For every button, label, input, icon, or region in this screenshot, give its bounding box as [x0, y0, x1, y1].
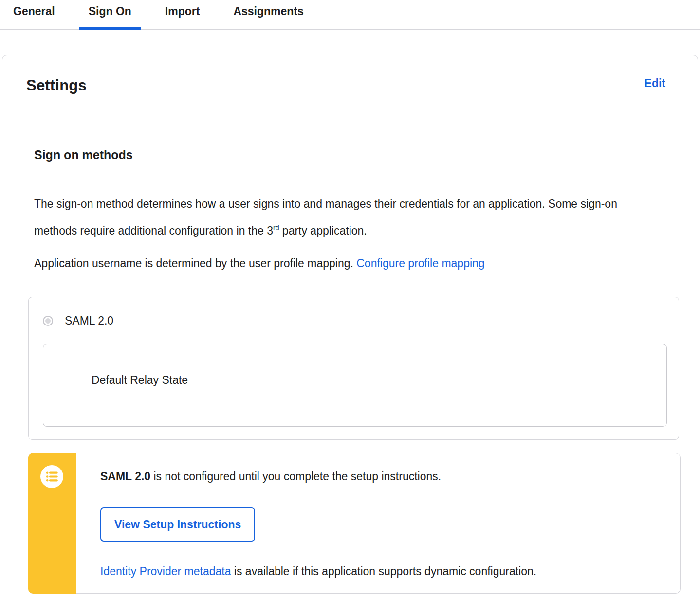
identity-provider-metadata-link[interactable]: Identity Provider metadata — [100, 565, 231, 578]
settings-card-header: Settings Edit — [2, 55, 698, 94]
metadata-line: Identity Provider metadata is available … — [100, 564, 661, 578]
sign-on-methods-heading: Sign on methods — [34, 148, 674, 162]
saml-radio-row: SAML 2.0 — [43, 314, 667, 327]
callout-message-rest: is not configured until you complete the… — [150, 470, 441, 483]
description-text-end: party application. — [279, 224, 367, 237]
metadata-rest-text: is available if this application support… — [231, 565, 536, 578]
view-setup-instructions-button[interactable]: View Setup Instructions — [100, 507, 255, 542]
app-tab-bar: General Sign On Import Assignments — [0, 0, 700, 30]
saml-radio-label: SAML 2.0 — [65, 314, 113, 327]
description-superscript: rd — [273, 224, 279, 232]
sign-on-methods-section: Sign on methods The sign-on method deter… — [2, 148, 698, 594]
sign-on-methods-description: The sign-on method determines how a user… — [34, 192, 633, 243]
edit-link[interactable]: Edit — [645, 77, 665, 90]
list-icon — [40, 465, 63, 488]
configure-profile-mapping-link[interactable]: Configure profile mapping — [356, 257, 484, 270]
callout-message-bold: SAML 2.0 — [100, 470, 150, 483]
saml-radio[interactable] — [43, 316, 53, 326]
tab-import[interactable]: Import — [155, 0, 210, 29]
username-mapping-line: Application username is determined by th… — [34, 252, 633, 275]
settings-title: Settings — [26, 77, 87, 94]
caution-stripe — [28, 453, 76, 594]
tab-sign-on[interactable]: Sign On — [79, 0, 141, 29]
username-mapping-text: Application username is determined by th… — [34, 257, 353, 270]
tab-general[interactable]: General — [3, 0, 65, 29]
default-relay-state-label: Default Relay State — [92, 374, 188, 386]
callout-message: SAML 2.0 is not configured until you com… — [100, 470, 661, 483]
saml-caution-callout: SAML 2.0 is not configured until you com… — [28, 453, 681, 594]
saml-option-box: SAML 2.0 Default Relay State — [28, 297, 679, 440]
settings-card: Settings Edit Sign on methods The sign-o… — [2, 55, 698, 614]
tab-assignments[interactable]: Assignments — [223, 0, 313, 29]
relay-state-box: Default Relay State — [43, 344, 667, 427]
callout-content: SAML 2.0 is not configured until you com… — [76, 453, 680, 593]
